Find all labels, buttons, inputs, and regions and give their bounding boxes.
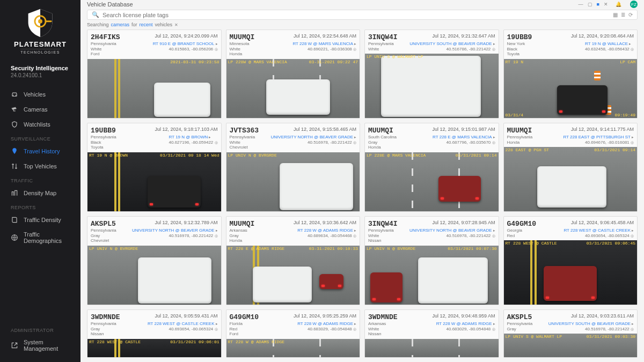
filter-link-recent[interactable]: recent	[140, 22, 153, 27]
camera-location[interactable]: RT 228 W @ ADAMS RIDGE ▸	[297, 321, 356, 327]
state: Georgia	[507, 228, 522, 233]
result-card[interactable]: AKSPL5 Jul 12, 2024, 9:03:23.611 AM Penn…	[503, 309, 638, 358]
sidebar-item-watchlists[interactable]: Watchlists	[0, 117, 80, 132]
map-pin-icon	[11, 147, 18, 155]
camera-location[interactable]: RT 19 N @ BROWN ▸	[169, 135, 218, 140]
link-icon: ▸	[493, 228, 495, 233]
section-admin: ADMINISTRATOR	[0, 323, 80, 335]
list-view-icon[interactable]: ≣	[621, 12, 625, 18]
coordinates: 40.683029, -80.054848 ◎	[297, 327, 356, 332]
maximize-icon[interactable]: ■	[597, 2, 599, 7]
camera-location[interactable]: RT 228 W @ ADAMS RIDGE ▸	[436, 321, 495, 327]
vehicle-color: Gray	[91, 327, 116, 332]
camera-location[interactable]: UNIVERSITY SOUTH @ BEAVER GRADE ▸	[409, 41, 495, 47]
nav-label: Density Map	[24, 190, 56, 196]
plate-number: MUUMQI	[230, 33, 255, 41]
sidebar-item-density-map[interactable]: Density Map	[0, 186, 80, 201]
result-card[interactable]: 2H4FIKS Jul 12, 2024, 9:24:20.099 AM Pen…	[87, 29, 222, 119]
camera-location[interactable]: RT 228 WEST @ CASTLE CREEK ▸	[564, 228, 634, 233]
capture-thumbnail[interactable]: RT 228 E @ ADAMS RIDGE03-31-2021 09:10:3…	[226, 246, 360, 305]
result-card[interactable]: AKSPL5 Jul 12, 2024, 9:12:32.789 AM Penn…	[87, 216, 222, 305]
close-icon[interactable]: ✕	[604, 2, 608, 7]
result-card[interactable]: 3INQW4I Jul 12, 2024, 9:07:28.945 AM Pen…	[364, 216, 499, 305]
result-card[interactable]: MUUMQI Jul 12, 2024, 9:15:01.987 AM Sout…	[364, 123, 499, 212]
capture-thumbnail[interactable]: RT 228 WEST @ CASTLE03/31/2021 09:06:45	[504, 240, 638, 305]
refresh-icon[interactable]: ⟳	[628, 12, 633, 18]
timestamp: Jul 12, 2024, 9:12:32.789 AM	[155, 220, 217, 225]
search-input[interactable]	[103, 12, 606, 18]
capture-thumbnail[interactable]: LP UNIV N @ BVRGRDE03/31/2021 09:07:30	[365, 246, 499, 305]
overlay-caption: LP 228W @ MARS VALENCIA03-31-2021 09:22 …	[226, 59, 360, 65]
coordinates: 40.516978, -80.221422 ◎	[271, 140, 356, 145]
result-card[interactable]: 19UBB9 Jul 12, 2024, 9:18:17.103 AM Penn…	[87, 123, 222, 212]
result-card[interactable]: G49GM10 Jul 12, 2024, 9:05:25.259 AM Flo…	[226, 309, 361, 358]
result-card[interactable]: MUUMQI Jul 12, 2024, 9:14:11.775 AM Penn…	[503, 123, 638, 212]
section-reports: REPORTS	[0, 201, 80, 212]
camera-location[interactable]: UNIVERSITY NORTH @ BEAVER GRADE ▸	[132, 228, 217, 233]
vehicle-make: Ford	[91, 51, 116, 57]
camera-location[interactable]: UNIVERSITY NORTH @ BEAVER GRADE ▸	[409, 228, 495, 233]
link-icon: ▸	[216, 42, 218, 46]
nav-label: Top Vehicles	[24, 163, 57, 169]
filter-clear-icon[interactable]: ✕	[174, 23, 178, 27]
result-card[interactable]: 19UBB9 Jul 12, 2024, 9:20:08.464 AM New …	[503, 29, 638, 119]
user-avatar[interactable]: FZ	[630, 1, 638, 8]
capture-thumbnail[interactable]: LP UNIV N @ BVRGRDE	[87, 246, 221, 305]
notifications-icon[interactable]: 🔔	[616, 2, 621, 7]
camera-location[interactable]: UNIVERSITY SOUTH @ BEAVER GRADE ▸	[548, 321, 634, 327]
capture-thumbnail[interactable]: LP UNIV S @ WALMART LP03/31/2021 09:03:3…	[504, 334, 638, 357]
filter-link-cameras[interactable]: cameras	[111, 22, 130, 27]
plate-number: 3INQW4I	[368, 33, 398, 41]
plate-number: MUUMQI	[507, 127, 532, 135]
camera-location[interactable]: RT 228 EAST @ PITTSBURGH ST ▸	[564, 135, 634, 140]
camera-location[interactable]: RT 19 N @ WALLACE ▸	[585, 41, 634, 47]
capture-thumbnail[interactable]: LP UNIV S @ WALMART LP	[365, 54, 499, 118]
result-card[interactable]: JVTS363 Jul 12, 2024, 9:15:58.465 AM Pen…	[226, 123, 361, 212]
sidebar-item-traffic-demographics[interactable]: Traffic Demographics	[0, 227, 80, 248]
link-icon: ▸	[354, 42, 356, 46]
grid-view-icon[interactable]: ▦	[613, 12, 618, 18]
sidebar-item-traffic-density[interactable]: Traffic Density	[0, 212, 80, 227]
restore-icon[interactable]: ▢	[588, 2, 592, 7]
window-controls: — ▢ ■ ✕ 🔔 FZ	[579, 1, 638, 8]
capture-thumbnail[interactable]	[365, 339, 499, 357]
camera-location[interactable]: RT 228 E @ MARS VALENCIA ▸	[433, 135, 495, 140]
view-toggles: ▦ ≣ ⟳	[613, 12, 633, 18]
vehicle-color: Red	[230, 327, 243, 332]
sidebar-item-cameras[interactable]: Cameras	[0, 102, 80, 117]
result-card[interactable]: 3WDMNDE Jul 12, 2024, 9:05:59.431 AM Pen…	[87, 309, 222, 358]
vehicle-make: Nissan	[368, 331, 386, 337]
capture-thumbnail[interactable]: 228 EAST @ PGH ST03/31/2021 09:14	[504, 147, 638, 211]
sidebar-item-vehicles[interactable]: Vehicles	[0, 87, 80, 102]
capture-thumbnail[interactable]: LP 228E @ MARS VALENCIA03/31/2021 09:14	[365, 152, 499, 211]
state: Pennsylvania	[507, 321, 533, 327]
capture-thumbnail[interactable]: 2021-03-31 09:23:58	[87, 59, 221, 118]
capture-thumbnail[interactable]: RT 19 N @ BROWN03/31/2021 09 18 14 Wed	[87, 152, 221, 211]
result-card[interactable]: G49GM10 Jul 12, 2024, 9:06:45.458 AM Geo…	[503, 216, 638, 305]
capture-thumbnail[interactable]: RT 19 NLP CAM03/31/409:19:49	[504, 59, 638, 118]
sidebar-item-top-vehicles[interactable]: Top Vehicles	[0, 159, 80, 174]
result-card[interactable]: MUUMQI Jul 12, 2024, 9:22:54.648 AM Minn…	[226, 29, 361, 119]
capture-thumbnail[interactable]: LP UNIV N @ BVRGRDE	[226, 152, 360, 211]
result-card[interactable]: 3WDMNDE Jul 12, 2024, 9:04:48.959 AM Ark…	[364, 309, 499, 358]
minimize-icon[interactable]: —	[579, 2, 583, 7]
capture-thumbnail[interactable]: RT 228 WEST @ CASTLE03/31/2021 09:06:01	[87, 339, 221, 357]
plate-number: 19UBB9	[91, 127, 116, 135]
camera-location[interactable]: UNIVERSITY NORTH @ BEAVER GRADE ▸	[271, 135, 356, 140]
camera-location[interactable]: RT 910 E @ BRANDT SCHOOL ▸	[153, 41, 218, 47]
capture-thumbnail[interactable]: RT 228 W @ ADAMS RIDGE	[226, 339, 360, 357]
capture-thumbnail[interactable]: LP 228W @ MARS VALENCIA03-31-2021 09:22 …	[226, 59, 360, 118]
result-card[interactable]: 3INQW4I Jul 12, 2024, 9:21:32.647 AM Pen…	[364, 29, 499, 119]
external-icon	[11, 342, 18, 349]
sidebar-item-travel-history[interactable]: Travel History	[0, 144, 80, 159]
globe-icon	[11, 234, 18, 241]
timestamp: Jul 12, 2024, 9:22:54.648 AM	[294, 33, 356, 39]
app-meta: Security Intelligence 24.0.24100.1	[0, 62, 80, 87]
sidebar-item-system-management[interactable]: System Management	[0, 335, 80, 356]
camera-location[interactable]: RT 228 WEST @ CASTLE CREEK ▸	[148, 321, 218, 327]
coordinates: 40.690221, -80.036308 ◎	[292, 47, 356, 52]
result-card[interactable]: MUUMQI Jul 12, 2024, 9:10:36.642 AM Arka…	[226, 216, 361, 305]
camera-location[interactable]: RT 228 W @ ADAMS RIDGE ▸	[297, 228, 356, 233]
search-bar[interactable]: 🔍 ▦ ≣ ⟳	[87, 10, 638, 20]
camera-location[interactable]: RT 228 W @ MARS VALENCIA ▸	[292, 41, 356, 47]
